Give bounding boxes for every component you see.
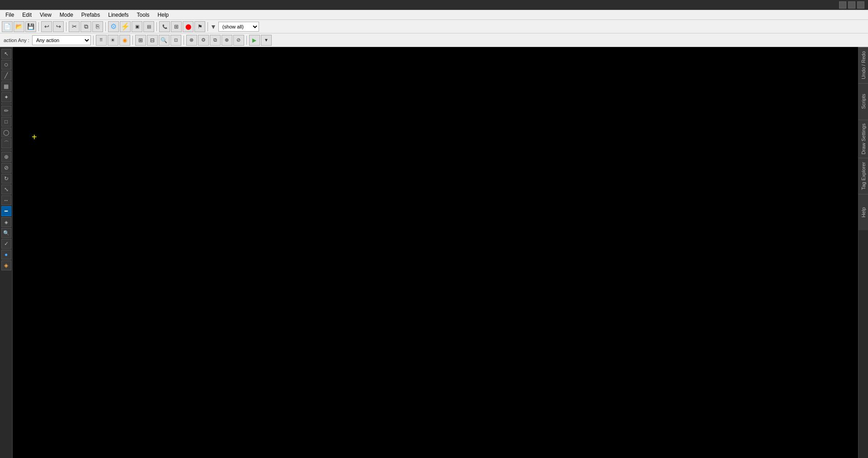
toolbar-secondary: action Any : Any action ⠿ ☀ ◉ ⊞ ⊟ 🔍 ⊡ ⊗ …: [0, 33, 868, 47]
snap-button[interactable]: ⊡: [170, 35, 181, 46]
draw-curve-tool[interactable]: ⌒: [1, 138, 11, 148]
thing-tool[interactable]: ✦: [1, 92, 11, 102]
edit2-button[interactable]: ▤: [143, 21, 154, 32]
new-button[interactable]: 📄: [2, 21, 13, 32]
sep-lt2: [1, 149, 11, 151]
linedefs-mode-button[interactable]: ⚡: [120, 21, 131, 32]
more1-button[interactable]: ⚙: [198, 35, 209, 46]
sector-tool[interactable]: ▦: [1, 81, 11, 91]
maximize-button[interactable]: [848, 1, 855, 9]
menubar: File Edit View Mode Prefabs Linedefs Too…: [0, 10, 868, 20]
split-tool[interactable]: ⊘: [1, 163, 11, 173]
tag-tool[interactable]: ◈: [1, 217, 11, 227]
cut-button[interactable]: ✂: [69, 21, 80, 32]
menu-view[interactable]: View: [36, 11, 55, 19]
zoom-in-button[interactable]: 🔍: [159, 35, 170, 46]
scripts-panel-tab[interactable]: Scripts: [859, 83, 868, 119]
cfg4-button[interactable]: ⚑: [194, 21, 205, 32]
titlebar: [0, 0, 868, 10]
extra-tool[interactable]: ◈: [1, 260, 11, 270]
more4-button[interactable]: ⊘: [233, 35, 244, 46]
filter-icon: ▼: [210, 23, 217, 30]
check-tool[interactable]: ✓: [1, 239, 11, 249]
action-any-label: action Any :: [2, 38, 31, 43]
undo-button[interactable]: ↩: [41, 21, 52, 32]
scale-tool[interactable]: ⤡: [1, 184, 11, 194]
more2-button[interactable]: ⧉: [210, 35, 221, 46]
zoom-tool[interactable]: 🔍: [1, 228, 11, 238]
circle-fill-tool[interactable]: ●: [1, 250, 11, 260]
linedef-tool[interactable]: ╱: [1, 71, 11, 80]
sep9: [246, 36, 247, 45]
help-panel-tab[interactable]: Help: [859, 194, 868, 230]
view-dots-button[interactable]: ⠿: [96, 35, 107, 46]
redo-button[interactable]: ↪: [53, 21, 64, 32]
paste-button[interactable]: ⎘: [92, 21, 103, 32]
rotate-tool[interactable]: ↻: [1, 174, 11, 184]
pointer-tool[interactable]: ↖: [1, 49, 11, 59]
sep6: [93, 36, 94, 45]
sep-lt1: [1, 103, 11, 105]
sep1: [38, 22, 39, 31]
tag-explorer-panel-tab[interactable]: Tag Explorer: [859, 158, 868, 194]
merge-tool[interactable]: ⊕: [1, 152, 11, 162]
filter-dropdown[interactable]: (show all): [218, 22, 259, 32]
sep7: [132, 36, 133, 45]
menu-edit[interactable]: Edit: [19, 11, 35, 19]
draw-lines-tool[interactable]: ✏: [1, 106, 11, 116]
run-opts-button[interactable]: ▼: [261, 35, 272, 46]
left-toolbar: ↖ ○ ╱ ▦ ✦ ✏ □ ◯ ⌒ ⊕ ⊘ ↻ ⤡ ↔ ━ ◈ 🔍 ✓ ● ◈: [0, 47, 13, 458]
view-colors-button[interactable]: ◉: [119, 35, 130, 46]
run-button[interactable]: ▶: [249, 35, 260, 46]
close-button[interactable]: [857, 1, 864, 9]
undo-redo-panel-tab[interactable]: Undo / Redo: [859, 47, 868, 83]
menu-linedefs[interactable]: Linedefs: [104, 11, 132, 19]
menu-tools[interactable]: Tools: [133, 11, 153, 19]
grid-button[interactable]: ⊞: [135, 35, 146, 46]
copy-button[interactable]: ⧉: [80, 21, 91, 32]
cfg3-button[interactable]: ⬤: [183, 21, 193, 32]
xray-button[interactable]: ⊗: [186, 35, 197, 46]
vertex-tool[interactable]: ○: [1, 60, 11, 70]
sep5: [208, 22, 208, 31]
draw-circle-tool[interactable]: ◯: [1, 127, 11, 137]
sep3: [105, 22, 106, 31]
minimize-button[interactable]: [839, 1, 846, 9]
toolbar-main: 📄 📂 💾 ↩ ↪ ✂ ⧉ ⎘ ⚙ ⚡ ▣ ▤ 📞 ⊞ ⬤ ⚑ ▼ (show …: [0, 20, 868, 33]
edit1-button[interactable]: ▣: [132, 21, 142, 32]
main-area: ↖ ○ ╱ ▦ ✦ ✏ □ ◯ ⌒ ⊕ ⊘ ↻ ⤡ ↔ ━ ◈ 🔍 ✓ ● ◈ …: [0, 47, 868, 458]
draw-rect-tool[interactable]: □: [1, 117, 11, 127]
menu-mode[interactable]: Mode: [56, 11, 77, 19]
filter-area: ▼ (show all): [210, 22, 259, 32]
cfg1-button[interactable]: 📞: [159, 21, 170, 32]
save-button[interactable]: 💾: [25, 21, 36, 32]
titlebar-controls: [839, 1, 864, 9]
right-panels: Undo / Redo Scripts Draw Settings Tag Ex…: [858, 47, 868, 458]
cfg2-button[interactable]: ⊞: [171, 21, 182, 32]
map-canvas-area[interactable]: +: [13, 47, 858, 458]
draw-settings-panel-tab[interactable]: Draw Settings: [859, 119, 868, 158]
sep8: [184, 36, 184, 45]
sep2: [66, 22, 66, 31]
sep4: [156, 22, 157, 31]
action-dropdown-area: action Any : Any action: [2, 35, 91, 45]
flip-h-tool[interactable]: ↔: [1, 195, 11, 205]
view-bright-button[interactable]: ☀: [108, 35, 118, 46]
map-canvas[interactable]: [13, 47, 858, 458]
grid2-button[interactable]: ⊟: [147, 35, 158, 46]
menu-file[interactable]: File: [2, 11, 18, 19]
menu-prefabs[interactable]: Prefabs: [78, 11, 104, 19]
vertices-mode-button[interactable]: ⚙: [108, 21, 119, 32]
open-button[interactable]: 📂: [14, 21, 24, 32]
linedef-active-tool[interactable]: ━: [1, 206, 11, 216]
action-dropdown[interactable]: Any action: [32, 35, 91, 45]
menu-help[interactable]: Help: [154, 11, 173, 19]
more3-button[interactable]: ⊕: [222, 35, 232, 46]
